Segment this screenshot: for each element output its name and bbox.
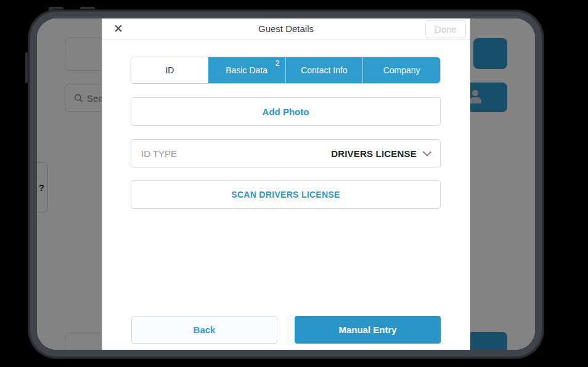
chevron-down-icon (423, 147, 431, 156)
manual-entry-button[interactable]: Manual Entry (295, 316, 441, 344)
scan-drivers-license-button[interactable]: SCAN DRIVERS LICENSE (131, 180, 441, 209)
id-type-value: DRIVERS LICENSE (331, 148, 417, 159)
guest-details-modal: ✕ Guest Details Done ID Basic Data 2 Con… (102, 18, 470, 350)
id-type-label: ID TYPE (141, 148, 177, 159)
tab-bar: ID Basic Data 2 Contact Info Company (131, 57, 441, 84)
screen: Search ? ✕ Guest Details Done (37, 18, 535, 350)
tab-badge: 2 (276, 59, 280, 68)
modal-header: ✕ Guest Details Done (102, 18, 470, 40)
tablet-frame: Search ? ✕ Guest Details Done (28, 10, 544, 358)
done-button[interactable]: Done (425, 20, 466, 38)
add-photo-button[interactable]: Add Photo (131, 97, 441, 126)
tab-id[interactable]: ID (131, 57, 208, 83)
stage: Search ? ✕ Guest Details Done (0, 0, 588, 367)
tab-contact-info[interactable]: Contact Info (285, 57, 363, 83)
tab-basic-data[interactable]: Basic Data 2 (208, 57, 285, 83)
tab-company[interactable]: Company (362, 57, 440, 83)
modal-title: Guest Details (102, 23, 470, 34)
back-button[interactable]: Back (131, 316, 277, 344)
id-type-dropdown[interactable]: ID TYPE DRIVERS LICENSE (131, 139, 441, 167)
